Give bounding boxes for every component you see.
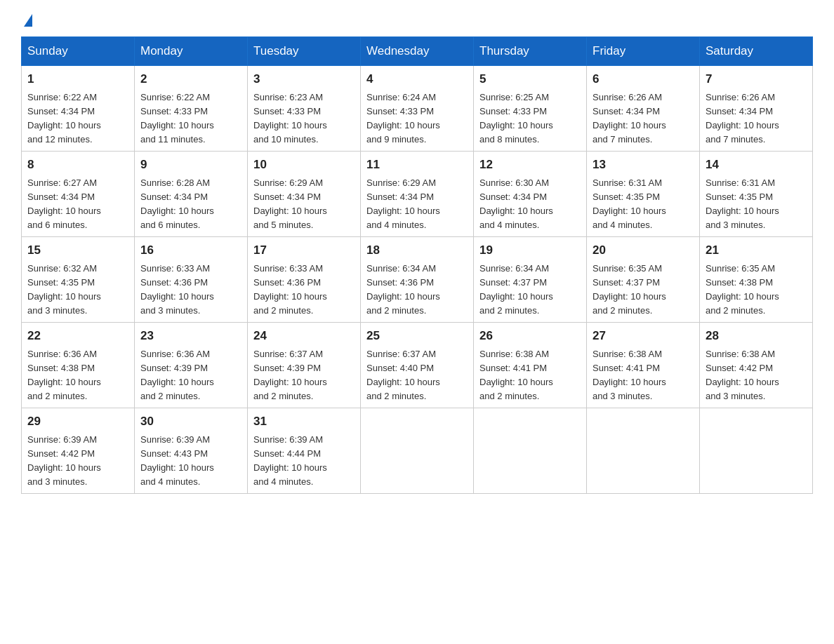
day-number: 14 [706, 156, 807, 174]
day-info: Sunrise: 6:39 AMSunset: 4:43 PMDaylight:… [140, 434, 214, 487]
day-info: Sunrise: 6:38 AMSunset: 4:42 PMDaylight:… [706, 349, 779, 401]
day-number: 28 [706, 327, 807, 345]
day-number: 7 [706, 70, 807, 88]
day-number: 15 [27, 241, 128, 260]
day-info: Sunrise: 6:31 AMSunset: 4:35 PMDaylight:… [593, 177, 666, 230]
calendar-cell: 23 Sunrise: 6:36 AMSunset: 4:39 PMDaylig… [135, 323, 248, 408]
day-info: Sunrise: 6:36 AMSunset: 4:39 PMDaylight:… [140, 349, 214, 401]
calendar-cell: 12 Sunrise: 6:30 AMSunset: 4:34 PMDaylig… [474, 152, 587, 237]
calendar-cell: 3 Sunrise: 6:23 AMSunset: 4:33 PMDayligh… [248, 66, 361, 152]
day-info: Sunrise: 6:39 AMSunset: 4:44 PMDaylight:… [253, 434, 327, 487]
day-number: 4 [366, 70, 468, 88]
calendar-cell: 18 Sunrise: 6:34 AMSunset: 4:36 PMDaylig… [361, 237, 474, 323]
day-info: Sunrise: 6:33 AMSunset: 4:36 PMDaylight:… [253, 263, 327, 316]
day-number: 6 [593, 70, 694, 88]
calendar-week-row: 22 Sunrise: 6:36 AMSunset: 4:38 PMDaylig… [22, 323, 813, 408]
day-number: 16 [140, 241, 241, 260]
calendar-cell: 10 Sunrise: 6:29 AMSunset: 4:34 PMDaylig… [248, 152, 361, 237]
calendar-cell: 21 Sunrise: 6:35 AMSunset: 4:38 PMDaylig… [700, 237, 813, 323]
calendar-cell: 11 Sunrise: 6:29 AMSunset: 4:34 PMDaylig… [361, 152, 474, 237]
day-info: Sunrise: 6:27 AMSunset: 4:34 PMDaylight:… [27, 177, 101, 230]
calendar-cell: 1 Sunrise: 6:22 AMSunset: 4:34 PMDayligh… [22, 66, 135, 152]
day-number: 22 [27, 327, 128, 345]
day-number: 10 [253, 156, 355, 174]
calendar-week-row: 1 Sunrise: 6:22 AMSunset: 4:34 PMDayligh… [22, 66, 813, 152]
calendar-week-row: 15 Sunrise: 6:32 AMSunset: 4:35 PMDaylig… [22, 237, 813, 323]
calendar-cell: 27 Sunrise: 6:38 AMSunset: 4:41 PMDaylig… [587, 323, 700, 408]
day-number: 29 [27, 412, 128, 431]
calendar-header-sunday: Sunday [22, 37, 135, 66]
day-info: Sunrise: 6:24 AMSunset: 4:33 PMDaylight:… [366, 92, 440, 145]
calendar-cell: 5 Sunrise: 6:25 AMSunset: 4:33 PMDayligh… [474, 66, 587, 152]
calendar-cell: 31 Sunrise: 6:39 AMSunset: 4:44 PMDaylig… [248, 408, 361, 494]
calendar-header-thursday: Thursday [474, 37, 587, 66]
day-number: 3 [253, 70, 355, 88]
calendar-header-tuesday: Tuesday [248, 37, 361, 66]
day-info: Sunrise: 6:35 AMSunset: 4:38 PMDaylight:… [706, 263, 779, 316]
day-info: Sunrise: 6:34 AMSunset: 4:36 PMDaylight:… [366, 263, 440, 316]
day-info: Sunrise: 6:23 AMSunset: 4:33 PMDaylight:… [253, 92, 327, 145]
calendar-cell: 9 Sunrise: 6:28 AMSunset: 4:34 PMDayligh… [135, 152, 248, 237]
calendar-header-wednesday: Wednesday [361, 37, 474, 66]
day-info: Sunrise: 6:31 AMSunset: 4:35 PMDaylight:… [706, 177, 779, 230]
day-number: 5 [479, 70, 581, 88]
day-number: 31 [253, 412, 355, 431]
day-info: Sunrise: 6:39 AMSunset: 4:42 PMDaylight:… [27, 434, 101, 487]
calendar-cell [474, 408, 587, 494]
logo [21, 14, 32, 28]
day-info: Sunrise: 6:36 AMSunset: 4:38 PMDaylight:… [27, 349, 101, 401]
day-number: 30 [140, 412, 241, 431]
day-number: 12 [479, 156, 581, 174]
day-number: 1 [27, 70, 128, 88]
day-info: Sunrise: 6:37 AMSunset: 4:40 PMDaylight:… [366, 349, 440, 401]
calendar-cell: 4 Sunrise: 6:24 AMSunset: 4:33 PMDayligh… [361, 66, 474, 152]
day-info: Sunrise: 6:29 AMSunset: 4:34 PMDaylight:… [253, 177, 327, 230]
calendar-header-monday: Monday [135, 37, 248, 66]
day-info: Sunrise: 6:22 AMSunset: 4:33 PMDaylight:… [140, 92, 214, 145]
day-info: Sunrise: 6:33 AMSunset: 4:36 PMDaylight:… [140, 263, 214, 316]
day-info: Sunrise: 6:26 AMSunset: 4:34 PMDaylight:… [593, 92, 666, 145]
calendar-cell: 6 Sunrise: 6:26 AMSunset: 4:34 PMDayligh… [587, 66, 700, 152]
calendar-cell: 13 Sunrise: 6:31 AMSunset: 4:35 PMDaylig… [587, 152, 700, 237]
day-number: 9 [140, 156, 241, 174]
day-number: 25 [366, 327, 468, 345]
calendar-cell: 2 Sunrise: 6:22 AMSunset: 4:33 PMDayligh… [135, 66, 248, 152]
day-info: Sunrise: 6:32 AMSunset: 4:35 PMDaylight:… [27, 263, 101, 316]
calendar-cell: 14 Sunrise: 6:31 AMSunset: 4:35 PMDaylig… [700, 152, 813, 237]
calendar-cell: 16 Sunrise: 6:33 AMSunset: 4:36 PMDaylig… [135, 237, 248, 323]
day-info: Sunrise: 6:22 AMSunset: 4:34 PMDaylight:… [27, 92, 101, 145]
calendar-header-saturday: Saturday [700, 37, 813, 66]
day-number: 17 [253, 241, 355, 260]
calendar-week-row: 29 Sunrise: 6:39 AMSunset: 4:42 PMDaylig… [22, 408, 813, 494]
day-info: Sunrise: 6:25 AMSunset: 4:33 PMDaylight:… [479, 92, 553, 145]
day-info: Sunrise: 6:34 AMSunset: 4:37 PMDaylight:… [479, 263, 553, 316]
day-info: Sunrise: 6:28 AMSunset: 4:34 PMDaylight:… [140, 177, 214, 230]
header [21, 14, 813, 25]
calendar-cell: 22 Sunrise: 6:36 AMSunset: 4:38 PMDaylig… [22, 323, 135, 408]
day-number: 11 [366, 156, 468, 174]
day-info: Sunrise: 6:38 AMSunset: 4:41 PMDaylight:… [479, 349, 553, 401]
calendar-cell: 29 Sunrise: 6:39 AMSunset: 4:42 PMDaylig… [22, 408, 135, 494]
calendar-cell [587, 408, 700, 494]
calendar-cell: 30 Sunrise: 6:39 AMSunset: 4:43 PMDaylig… [135, 408, 248, 494]
calendar-cell: 7 Sunrise: 6:26 AMSunset: 4:34 PMDayligh… [700, 66, 813, 152]
day-number: 19 [479, 241, 581, 260]
calendar-cell: 8 Sunrise: 6:27 AMSunset: 4:34 PMDayligh… [22, 152, 135, 237]
day-number: 2 [140, 70, 241, 88]
day-info: Sunrise: 6:26 AMSunset: 4:34 PMDaylight:… [706, 92, 779, 145]
calendar-header-row: SundayMondayTuesdayWednesdayThursdayFrid… [22, 37, 813, 66]
day-number: 13 [593, 156, 694, 174]
day-info: Sunrise: 6:35 AMSunset: 4:37 PMDaylight:… [593, 263, 666, 316]
day-number: 26 [479, 327, 581, 345]
calendar-cell: 28 Sunrise: 6:38 AMSunset: 4:42 PMDaylig… [700, 323, 813, 408]
calendar-cell [700, 408, 813, 494]
calendar-cell: 15 Sunrise: 6:32 AMSunset: 4:35 PMDaylig… [22, 237, 135, 323]
calendar-cell: 26 Sunrise: 6:38 AMSunset: 4:41 PMDaylig… [474, 323, 587, 408]
logo-triangle-icon [24, 14, 32, 27]
day-number: 8 [27, 156, 128, 174]
day-number: 18 [366, 241, 468, 260]
calendar-cell: 20 Sunrise: 6:35 AMSunset: 4:37 PMDaylig… [587, 237, 700, 323]
calendar-cell [361, 408, 474, 494]
day-number: 20 [593, 241, 694, 260]
calendar-table: SundayMondayTuesdayWednesdayThursdayFrid… [21, 36, 813, 494]
